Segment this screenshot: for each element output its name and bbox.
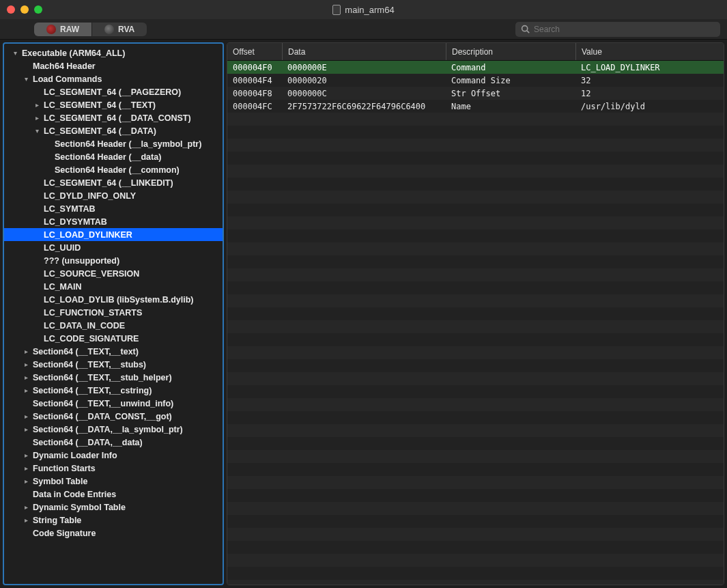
tree-row[interactable]: Mach64 Header <box>4 59 223 72</box>
empty-row <box>227 450 724 463</box>
tree-row[interactable]: ??? (unsupported) <box>4 254 223 267</box>
tree-item-label: Code Signature <box>33 529 96 538</box>
tree-row[interactable]: LC_SEGMENT_64 (__TEXT) <box>4 98 223 111</box>
empty-row <box>227 255 724 268</box>
tree-item-label: Load Commands <box>33 74 102 84</box>
tree-item-label: LC_CODE_SIGNATURE <box>44 334 139 344</box>
tree-row[interactable]: Dynamic Symbol Table <box>4 501 223 514</box>
rva-mode-button[interactable]: RVA <box>92 23 147 36</box>
tree-row[interactable]: Section64 (__TEXT,__unwind_info) <box>4 397 223 410</box>
tree-row[interactable]: String Table <box>4 514 223 527</box>
tree-row[interactable]: LC_SEGMENT_64 (__LINKEDIT) <box>4 176 223 189</box>
tree-row[interactable]: Section64 Header (__common) <box>4 163 223 176</box>
tree-row[interactable]: Load Commands <box>4 72 223 85</box>
tree-item-label: Section64 (__TEXT,__cstring) <box>33 386 152 395</box>
address-mode-segmented: RAW RVA <box>34 23 147 36</box>
tree-row[interactable]: LC_FUNCTION_STARTS <box>4 306 223 319</box>
column-description[interactable]: Description <box>446 43 575 60</box>
disclosure-triangle-icon[interactable] <box>22 374 30 381</box>
table-row[interactable]: 000004F80000000CStr Offset12 <box>227 87 724 100</box>
tree-row[interactable]: LC_SEGMENT_64 (__PAGEZERO) <box>4 85 223 98</box>
tree-row[interactable]: LC_SEGMENT_64 (__DATA) <box>4 124 223 137</box>
disclosure-triangle-icon[interactable] <box>22 477 30 485</box>
column-data[interactable]: Data <box>282 43 446 60</box>
tree-item-label: Data in Code Entries <box>33 490 116 499</box>
disclosure-triangle-icon[interactable] <box>22 516 30 524</box>
empty-row <box>227 398 724 411</box>
document-icon <box>332 5 341 15</box>
disclosure-triangle-icon[interactable] <box>22 361 30 368</box>
tree-row[interactable]: Section64 (__TEXT,__stubs) <box>4 358 223 371</box>
tree-row[interactable]: LC_UUID <box>4 241 223 254</box>
search-icon <box>521 25 530 33</box>
tree-item-label: Section64 Header (__common) <box>55 165 180 175</box>
disclosure-triangle-icon[interactable] <box>22 464 30 472</box>
tree-item-label: Section64 (__TEXT,__text) <box>33 347 139 356</box>
tree-row[interactable]: Section64 (__TEXT,__cstring) <box>4 384 223 397</box>
tree-row[interactable]: LC_CODE_SIGNATURE <box>4 332 223 345</box>
outline-sidebar[interactable]: Executable (ARM64_ALL)Mach64 HeaderLoad … <box>3 42 224 585</box>
tree-row[interactable]: LC_LOAD_DYLINKER <box>4 228 223 241</box>
tree-row[interactable]: Symbol Table <box>4 475 223 488</box>
tree-row[interactable]: Section64 (__TEXT,__stub_helper) <box>4 371 223 384</box>
cell-data: 0000000E <box>282 63 446 72</box>
disclosure-triangle-icon[interactable] <box>22 348 30 355</box>
cell-data: 0000000C <box>282 89 446 98</box>
tree-row[interactable]: Section64 (__DATA_CONST,__got) <box>4 410 223 423</box>
tree-row[interactable]: Section64 (__TEXT,__text) <box>4 345 223 358</box>
disclosure-triangle-icon[interactable] <box>11 49 19 57</box>
search-input[interactable] <box>534 25 715 34</box>
disclosure-triangle-icon[interactable] <box>22 425 30 433</box>
tree-row[interactable]: LC_DYSYMTAB <box>4 215 223 228</box>
empty-row <box>227 580 724 585</box>
disclosure-triangle-icon[interactable] <box>22 412 30 420</box>
tree-row[interactable]: Dynamic Loader Info <box>4 449 223 462</box>
tree-row[interactable]: Function Starts <box>4 462 223 475</box>
table-row[interactable]: 000004F400000020Command Size32 <box>227 74 724 87</box>
tree-row[interactable]: LC_DATA_IN_CODE <box>4 319 223 332</box>
tree-row[interactable]: Section64 (__DATA,__la_symbol_ptr) <box>4 423 223 436</box>
disclosure-triangle-icon[interactable] <box>22 387 30 394</box>
tree-row[interactable]: Executable (ARM64_ALL) <box>4 46 223 59</box>
tree-item-label: LC_LOAD_DYLIB (libSystem.B.dylib) <box>44 295 193 305</box>
search-field-wrap[interactable] <box>515 22 720 37</box>
cell-value: LC_LOAD_DYLINKER <box>575 63 724 72</box>
tree-item-label: LC_SEGMENT_64 (__PAGEZERO) <box>44 87 181 97</box>
tree-row[interactable]: LC_SEGMENT_64 (__DATA_CONST) <box>4 111 223 124</box>
disclosure-triangle-icon[interactable] <box>33 114 41 122</box>
tree-item-label: Section64 (__DATA,__la_symbol_ptr) <box>33 425 183 434</box>
raw-mode-button[interactable]: RAW <box>34 23 92 36</box>
disclosure-triangle-icon[interactable] <box>22 503 30 511</box>
tree-row[interactable]: Section64 Header (__data) <box>4 150 223 163</box>
tree-row[interactable]: LC_DYLD_INFO_ONLY <box>4 189 223 202</box>
tree-row[interactable]: Section64 Header (__la_symbol_ptr) <box>4 137 223 150</box>
tree-row[interactable]: Code Signature <box>4 527 223 540</box>
tree-item-label: String Table <box>33 516 81 525</box>
disclosure-triangle-icon[interactable] <box>22 75 30 83</box>
details-body[interactable]: 000004F00000000ECommandLC_LOAD_DYLINKER0… <box>227 61 724 585</box>
table-row[interactable]: 000004FC2F7573722F6C69622F64796C6400Name… <box>227 100 724 113</box>
disclosure-triangle-icon[interactable] <box>33 127 41 135</box>
disclosure-triangle-icon[interactable] <box>22 451 30 459</box>
tree-item-label: LC_DYSYMTAB <box>44 217 107 227</box>
tree-item-label: Section64 (__TEXT,__stubs) <box>33 360 146 369</box>
tree-item-label: Dynamic Symbol Table <box>33 503 126 512</box>
table-row[interactable]: 000004F00000000ECommandLC_LOAD_DYLINKER <box>227 61 724 74</box>
column-offset[interactable]: Offset <box>227 43 282 60</box>
tree-item-label: Section64 (__TEXT,__unwind_info) <box>33 399 173 408</box>
column-value[interactable]: Value <box>575 43 724 60</box>
tree-item-label: LC_DATA_IN_CODE <box>44 321 125 331</box>
empty-row <box>227 411 724 424</box>
cell-offset: 000004F0 <box>227 63 282 72</box>
tree-row[interactable]: LC_SYMTAB <box>4 202 223 215</box>
empty-row <box>227 385 724 398</box>
tree-row[interactable]: Section64 (__DATA,__data) <box>4 436 223 449</box>
tree-row[interactable]: Data in Code Entries <box>4 488 223 501</box>
disclosure-triangle-icon[interactable] <box>33 101 41 109</box>
tree-row[interactable]: LC_SOURCE_VERSION <box>4 267 223 280</box>
tree-item-label: Section64 Header (__data) <box>55 152 161 162</box>
tree-row[interactable]: LC_MAIN <box>4 280 223 293</box>
tree-row[interactable]: LC_LOAD_DYLIB (libSystem.B.dylib) <box>4 293 223 306</box>
tree-item-label: LC_SEGMENT_64 (__DATA_CONST) <box>44 113 191 123</box>
details-panel: Offset Data Description Value 000004F000… <box>227 42 724 585</box>
